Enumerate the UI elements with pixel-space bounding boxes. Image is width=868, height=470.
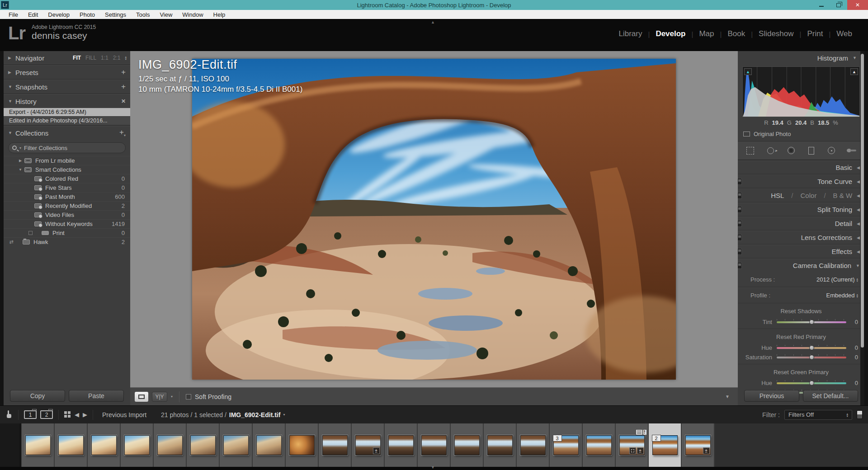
filmstrip-cell[interactable]: [187, 423, 220, 467]
snapshots-add-button[interactable]: +: [121, 82, 126, 91]
section-basic[interactable]: Basic◀: [738, 161, 864, 174]
grabber-hand-icon[interactable]: [5, 410, 13, 419]
module-slideshow[interactable]: Slideshow: [753, 29, 800, 38]
minimize-button[interactable]: [813, 0, 830, 10]
photo-thumbnail[interactable]: 2: [652, 435, 678, 455]
collections-add-button[interactable]: +▾: [119, 128, 126, 137]
before-after-dropdown-icon[interactable]: ▾: [171, 395, 173, 399]
target-checkbox[interactable]: [28, 231, 33, 235]
collection-item[interactable]: Colored Red0: [4, 174, 130, 183]
before-after-button[interactable]: Y|Y: [152, 392, 167, 402]
navigator-zoom-1-1[interactable]: 1:1: [101, 55, 108, 61]
scrollbar-thumb[interactable]: [861, 54, 864, 348]
photo-thumbnail[interactable]: [157, 435, 183, 455]
filter-collections-box[interactable]: ▾ Filter Collections: [8, 142, 126, 153]
module-web[interactable]: Web: [830, 29, 858, 38]
zoom-stepper-icon[interactable]: ▴▾: [125, 56, 127, 60]
source-label[interactable]: Previous Import: [102, 411, 146, 418]
adjustment-badge-icon[interactable]: ±: [373, 447, 380, 454]
menu-view[interactable]: View: [155, 10, 177, 19]
collections-expand-icon[interactable]: ▼: [8, 131, 15, 135]
filter-toggle-switch[interactable]: [857, 410, 863, 419]
snapshots-header[interactable]: ▼ Snapshots +: [4, 80, 130, 94]
filmstrip-cell[interactable]: [319, 423, 352, 467]
paste-button[interactable]: Paste: [69, 390, 124, 402]
panel-toggle-switch[interactable]: [738, 192, 742, 199]
main-window-button[interactable]: 1: [24, 410, 37, 419]
histogram-expand-icon[interactable]: ▼: [853, 56, 860, 60]
photo-thumbnail[interactable]: [586, 435, 612, 455]
close-button[interactable]: ✕: [847, 0, 868, 10]
spot-removal-icon[interactable]: [765, 145, 776, 156]
stack-count-badge[interactable]: 3: [553, 435, 562, 442]
filmstrip-cell[interactable]: [583, 423, 616, 467]
restore-button[interactable]: [830, 0, 847, 10]
panel-toggle-switch[interactable]: [738, 262, 742, 269]
slider-knob[interactable]: [809, 355, 814, 360]
collection-item[interactable]: Without Keywords1419: [4, 219, 130, 228]
photo-thumbnail[interactable]: [124, 435, 150, 455]
menu-edit[interactable]: Edit: [23, 10, 43, 19]
histogram-header[interactable]: Histogram ▼: [738, 51, 864, 65]
menu-photo[interactable]: Photo: [75, 10, 100, 19]
snapshots-expand-icon[interactable]: ▼: [8, 85, 15, 89]
next-photo-icon[interactable]: ▶: [83, 411, 87, 418]
module-develop[interactable]: Develop: [650, 29, 691, 38]
panel-toggle-switch[interactable]: [738, 234, 742, 241]
section-collapsed-icon[interactable]: ◀: [857, 179, 860, 184]
collection-item[interactable]: ▶From Lr mobile: [4, 156, 130, 165]
graduated-filter-icon[interactable]: [806, 145, 816, 156]
section-label-bw[interactable]: B & W: [833, 192, 853, 199]
presets-expand-icon[interactable]: ▶: [8, 70, 15, 75]
filmstrip-cell[interactable]: [88, 423, 121, 467]
filmstrip-cell[interactable]: [517, 423, 550, 467]
menu-file[interactable]: File: [4, 10, 23, 19]
filmstrip-cell[interactable]: [451, 423, 484, 467]
collection-item[interactable]: Print0: [4, 228, 130, 237]
main-photo[interactable]: [192, 59, 676, 380]
stack-count-badge[interactable]: 2: [652, 435, 661, 442]
group-reset-label[interactable]: Reset Green Primary: [738, 369, 864, 376]
photo-thumbnail[interactable]: !±: [619, 435, 645, 455]
slider-track[interactable]: [777, 357, 846, 358]
filmstrip-cell[interactable]: [154, 423, 187, 467]
collection-item[interactable]: Recently Modified2: [4, 201, 130, 210]
section-split-toning[interactable]: Split Toning◀: [738, 203, 864, 216]
section-collapsed-icon[interactable]: ◀: [857, 221, 860, 226]
profile-select[interactable]: Embedded ▴▾: [826, 292, 858, 299]
filmstrip-status[interactable]: 21 photos / 1 selected / IMG_6902-Edit.t…: [161, 411, 285, 418]
filmstrip-cell[interactable]: [121, 423, 154, 467]
filmstrip-cell[interactable]: [286, 423, 319, 467]
previous-button[interactable]: Previous: [744, 390, 799, 402]
filter-select[interactable]: Filters Off ▴▾: [784, 410, 852, 420]
photo-thumbnail[interactable]: ±: [685, 435, 711, 455]
panel-toggle-switch[interactable]: [738, 248, 742, 255]
collapse-top-icon[interactable]: ▲: [431, 20, 435, 24]
adjustment-badge-icon[interactable]: ±: [637, 447, 644, 454]
set-default-button[interactable]: Set Default...: [803, 390, 858, 402]
right-edge-strip[interactable]: [864, 51, 868, 467]
navigator-expand-icon[interactable]: ▶: [8, 56, 15, 60]
section-effects[interactable]: Effects◀: [738, 245, 864, 258]
filmstrip-cell[interactable]: [253, 423, 286, 467]
history-clear-button[interactable]: ✕: [121, 98, 126, 104]
menu-window[interactable]: Window: [177, 10, 208, 19]
section-detail[interactable]: Detail◀: [738, 217, 864, 230]
toolbar-options-icon[interactable]: ▼: [725, 394, 733, 399]
module-print[interactable]: Print: [801, 29, 829, 38]
slider-track[interactable]: [777, 347, 846, 349]
copy-button[interactable]: Copy: [10, 390, 65, 402]
filmstrip-cell-selected[interactable]: 2: [649, 423, 682, 467]
right-panel-scrollbar[interactable]: [860, 51, 864, 405]
section-tone-curve[interactable]: Tone Curve◀: [738, 175, 864, 188]
panel-toggle-switch[interactable]: [738, 220, 742, 227]
collection-down-icon[interactable]: ▼: [17, 168, 24, 172]
process-select[interactable]: 2012 (Current) ▴▾: [816, 276, 858, 283]
history-step[interactable]: Export - (4/4/2016 6:29:55 AM): [4, 108, 130, 117]
menu-settings[interactable]: Settings: [100, 10, 131, 19]
photo-thumbnail[interactable]: [322, 435, 348, 455]
slider-track[interactable]: [777, 382, 846, 384]
left-edge-strip[interactable]: [0, 51, 4, 467]
metadata-warning[interactable]: !: [636, 429, 647, 435]
filmstrip-cell[interactable]: [484, 423, 517, 467]
